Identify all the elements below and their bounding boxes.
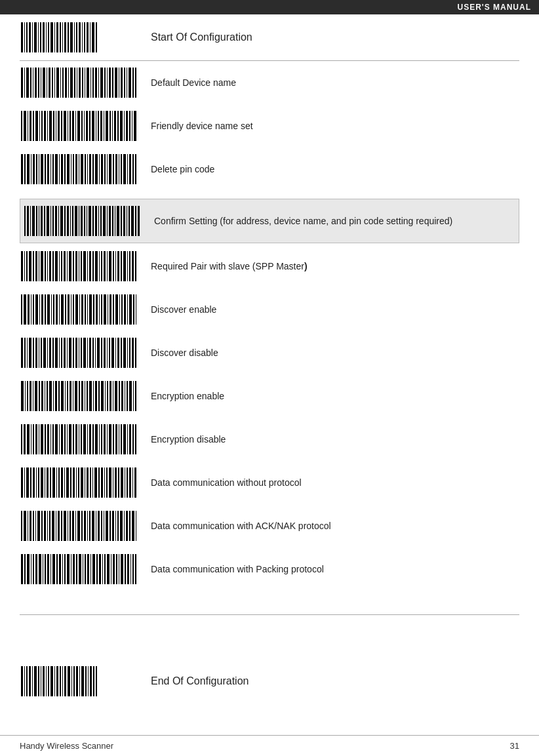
svg-rect-197 (33, 251, 34, 281)
svg-rect-294 (75, 338, 77, 368)
svg-rect-410 (56, 468, 57, 498)
svg-rect-192 (138, 206, 140, 236)
svg-rect-307 (111, 338, 114, 368)
svg-rect-20 (76, 22, 77, 52)
svg-rect-93 (86, 111, 88, 141)
barcode-icon (20, 250, 138, 283)
svg-rect-320 (33, 381, 33, 411)
svg-rect-455 (68, 511, 68, 541)
row-data-comm-ack: Data communication with ACK/NAK protocol (20, 504, 519, 547)
svg-rect-85 (64, 111, 66, 141)
svg-rect-139 (101, 154, 103, 184)
svg-rect-393 (123, 424, 126, 454)
svg-rect-510 (107, 554, 110, 584)
svg-rect-199 (39, 251, 39, 281)
svg-rect-195 (26, 251, 28, 281)
svg-rect-268 (119, 294, 120, 325)
svg-rect-171 (79, 206, 79, 236)
svg-rect-34 (38, 68, 39, 98)
svg-rect-326 (49, 381, 52, 411)
data-comm-without-highlighted: Data communication without protocol (151, 477, 302, 488)
barcode-icon (20, 423, 138, 456)
svg-rect-544 (85, 666, 87, 696)
svg-rect-40 (54, 68, 55, 98)
row-encryption-enable: Encryption enable (20, 374, 519, 418)
svg-rect-16 (64, 22, 66, 52)
svg-rect-358 (24, 424, 26, 454)
svg-rect-463 (89, 511, 90, 541)
svg-rect-51 (85, 68, 85, 98)
svg-rect-117 (39, 154, 39, 184)
svg-rect-277 (27, 338, 28, 368)
svg-rect-368 (52, 424, 54, 454)
svg-rect-241 (41, 294, 43, 325)
svg-rect-460 (81, 511, 83, 541)
svg-rect-416 (73, 468, 75, 498)
svg-rect-25 (90, 22, 90, 52)
svg-rect-452 (58, 511, 60, 541)
svg-rect-272 (129, 294, 132, 325)
barcode-icon (20, 293, 138, 326)
svg-rect-364 (41, 424, 43, 454)
svg-rect-533 (54, 666, 55, 696)
svg-rect-189 (129, 206, 130, 236)
svg-rect-449 (49, 511, 50, 541)
header-title: USER'S MANUAL (457, 3, 531, 12)
svg-rect-298 (87, 338, 88, 368)
svg-rect-246 (56, 294, 58, 325)
svg-rect-3 (29, 22, 31, 52)
svg-rect-110 (134, 111, 136, 141)
svg-rect-434 (125, 468, 125, 498)
svg-rect-359 (27, 424, 30, 454)
svg-rect-350 (119, 381, 120, 411)
svg-rect-338 (85, 381, 85, 411)
start-config-row: Start Of Configuration (0, 14, 539, 60)
svg-rect-515 (121, 554, 123, 584)
svg-rect-284 (47, 338, 48, 368)
start-barcode-area (20, 21, 151, 54)
svg-rect-480 (21, 554, 23, 584)
svg-rect-365 (45, 424, 46, 454)
svg-rect-296 (81, 338, 82, 368)
svg-rect-81 (53, 111, 54, 141)
svg-rect-69 (135, 68, 136, 98)
svg-rect-53 (90, 68, 91, 98)
svg-rect-494 (62, 554, 63, 584)
svg-rect-444 (35, 511, 36, 541)
svg-rect-370 (59, 424, 60, 454)
svg-rect-399 (24, 468, 25, 498)
svg-rect-1 (24, 22, 25, 52)
svg-rect-464 (92, 511, 94, 541)
svg-rect-50 (82, 68, 83, 98)
svg-rect-193 (21, 251, 23, 281)
svg-rect-144 (115, 154, 117, 184)
svg-rect-478 (132, 511, 134, 541)
svg-rect-28 (21, 68, 23, 98)
svg-rect-9 (46, 22, 47, 52)
label-discover-enable: Discover enable (151, 303, 519, 317)
svg-rect-91 (81, 111, 83, 141)
svg-rect-306 (109, 338, 110, 368)
label-encryption-disable: Encryption disable (151, 433, 519, 447)
svg-rect-156 (36, 206, 37, 236)
svg-rect-232 (132, 251, 134, 281)
svg-rect-448 (47, 511, 48, 541)
svg-rect-54 (92, 68, 94, 98)
svg-rect-354 (129, 381, 132, 411)
svg-rect-282 (41, 338, 42, 368)
svg-rect-147 (123, 154, 126, 184)
svg-rect-332 (67, 381, 68, 411)
svg-rect-32 (33, 68, 33, 98)
svg-rect-49 (79, 68, 81, 98)
svg-rect-234 (21, 294, 22, 325)
barcode-data-comm-without (20, 466, 151, 499)
svg-rect-114 (31, 154, 31, 184)
svg-rect-310 (121, 338, 122, 368)
svg-rect-467 (101, 511, 102, 541)
svg-rect-513 (116, 554, 117, 584)
svg-rect-357 (21, 424, 22, 454)
barcode-icon (20, 553, 138, 586)
svg-rect-275 (21, 338, 23, 368)
svg-rect-37 (47, 68, 47, 98)
svg-rect-423 (92, 468, 93, 498)
